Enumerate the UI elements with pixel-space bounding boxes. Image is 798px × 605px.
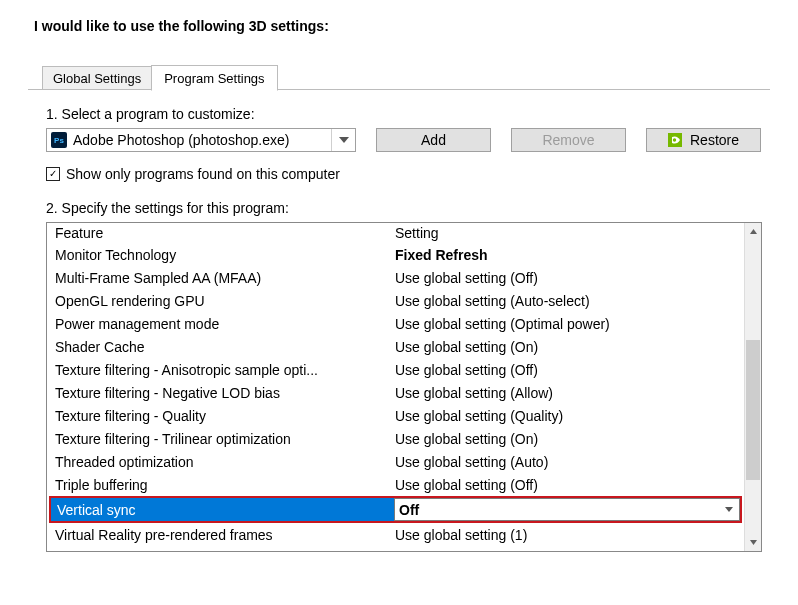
- tab-program-settings[interactable]: Program Settings: [151, 65, 277, 91]
- row-setting: Use global setting (On): [395, 431, 744, 447]
- row-feature: OpenGL rendering GPU: [55, 293, 395, 309]
- table-row[interactable]: Threaded optimizationUse global setting …: [47, 450, 744, 473]
- program-row: Ps Adobe Photoshop (photoshop.exe) Add R…: [46, 128, 762, 152]
- chevron-down-icon: [725, 507, 733, 512]
- tab-global-settings[interactable]: Global Settings: [42, 66, 152, 90]
- highlighted-setting-dropdown[interactable]: Off: [394, 498, 740, 521]
- restore-button-label: Restore: [690, 132, 739, 148]
- scroll-up-button[interactable]: [745, 223, 761, 240]
- table-row[interactable]: Triple bufferingUse global setting (Off): [47, 473, 744, 496]
- step2-label: 2. Specify the settings for this program…: [46, 200, 762, 216]
- show-only-row: ✓ Show only programs found on this compu…: [46, 166, 762, 182]
- row-setting: Use global setting (1): [395, 527, 744, 543]
- column-setting[interactable]: Setting: [395, 225, 744, 241]
- row-feature: Texture filtering - Negative LOD bias: [55, 385, 395, 401]
- row-setting: Use global setting (Off): [395, 477, 744, 493]
- row-feature: Monitor Technology: [55, 247, 395, 263]
- row-feature: Texture filtering - Quality: [55, 408, 395, 424]
- highlighted-setting-value: Off: [399, 502, 419, 518]
- row-feature: Threaded optimization: [55, 454, 395, 470]
- chevron-down-icon: [331, 129, 355, 151]
- remove-button: Remove: [511, 128, 626, 152]
- scrollbar[interactable]: [744, 223, 761, 551]
- row-setting: Use global setting (Allow): [395, 385, 744, 401]
- table-row[interactable]: Shader CacheUse global setting (On): [47, 335, 744, 358]
- table-row[interactable]: OpenGL rendering GPUUse global setting (…: [47, 289, 744, 312]
- step1-label: 1. Select a program to customize:: [46, 106, 762, 122]
- table-row[interactable]: Virtual Reality pre-rendered framesUse g…: [47, 523, 744, 546]
- row-feature: Virtual Reality pre-rendered frames: [55, 527, 395, 543]
- highlighted-row: Vertical sync Off: [49, 496, 742, 523]
- row-setting: Use global setting (Off): [395, 270, 744, 286]
- table-row[interactable]: Power management modeUse global setting …: [47, 312, 744, 335]
- tabs: Global Settings Program Settings: [42, 64, 770, 90]
- tab-panel: 1. Select a program to customize: Ps Ado…: [28, 89, 770, 552]
- row-setting: Use global setting (Auto-select): [395, 293, 744, 309]
- row-feature: Power management mode: [55, 316, 395, 332]
- table-row[interactable]: Texture filtering - Negative LOD biasUse…: [47, 381, 744, 404]
- photoshop-icon: Ps: [51, 132, 67, 148]
- row-setting: Use global setting (Quality): [395, 408, 744, 424]
- row-setting: Use global setting (Off): [395, 362, 744, 378]
- table-row[interactable]: Texture filtering - Trilinear optimizati…: [47, 427, 744, 450]
- column-feature[interactable]: Feature: [55, 225, 395, 241]
- row-feature: Shader Cache: [55, 339, 395, 355]
- show-only-label: Show only programs found on this compute…: [66, 166, 340, 182]
- row-feature: Texture filtering - Trilinear optimizati…: [55, 431, 395, 447]
- row-setting: Use global setting (Auto): [395, 454, 744, 470]
- restore-button[interactable]: Restore: [646, 128, 761, 152]
- program-select-text: Adobe Photoshop (photoshop.exe): [73, 132, 331, 148]
- row-feature: Triple buffering: [55, 477, 395, 493]
- grid-header: Feature Setting: [47, 223, 744, 243]
- row-feature: Texture filtering - Anisotropic sample o…: [55, 362, 395, 378]
- svg-point-1: [673, 138, 676, 141]
- table-row[interactable]: Texture filtering - Anisotropic sample o…: [47, 358, 744, 381]
- nvidia-icon: [668, 133, 682, 147]
- table-row[interactable]: Monitor TechnologyFixed Refresh: [47, 243, 744, 266]
- table-row[interactable]: Texture filtering - QualityUse global se…: [47, 404, 744, 427]
- row-setting: Use global setting (Optimal power): [395, 316, 744, 332]
- highlighted-feature[interactable]: Vertical sync: [51, 498, 394, 521]
- add-button-label: Add: [421, 132, 446, 148]
- add-button[interactable]: Add: [376, 128, 491, 152]
- show-only-checkbox[interactable]: ✓: [46, 167, 60, 181]
- table-row[interactable]: Multi-Frame Sampled AA (MFAA)Use global …: [47, 266, 744, 289]
- scroll-track[interactable]: [745, 240, 761, 534]
- row-setting: Use global setting (On): [395, 339, 744, 355]
- scroll-down-button[interactable]: [745, 534, 761, 551]
- program-select[interactable]: Ps Adobe Photoshop (photoshop.exe): [46, 128, 356, 152]
- page-title: I would like to use the following 3D set…: [34, 18, 770, 34]
- row-setting: Fixed Refresh: [395, 247, 744, 263]
- settings-grid: Feature Setting Monitor TechnologyFixed …: [46, 222, 762, 552]
- row-feature: Multi-Frame Sampled AA (MFAA): [55, 270, 395, 286]
- scroll-thumb[interactable]: [746, 340, 760, 480]
- remove-button-label: Remove: [542, 132, 594, 148]
